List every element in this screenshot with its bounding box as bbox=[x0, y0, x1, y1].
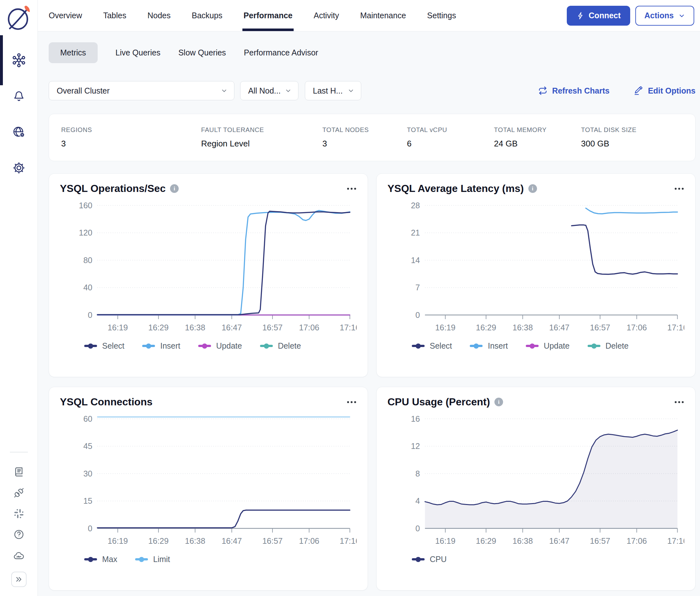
tab-activity[interactable]: Activity bbox=[313, 0, 339, 31]
tab-performance[interactable]: Performance bbox=[244, 0, 293, 31]
chevron-down-icon bbox=[678, 12, 685, 19]
svg-text:16:47: 16:47 bbox=[549, 537, 569, 545]
cluster-scope-value: Overall Cluster bbox=[57, 86, 109, 96]
svg-text:28: 28 bbox=[411, 201, 420, 210]
svg-text:7: 7 bbox=[415, 283, 420, 292]
subtab-live-queries[interactable]: Live Queries bbox=[115, 42, 160, 63]
actions-button[interactable]: Actions bbox=[635, 6, 694, 26]
sidebar-item-alerts[interactable] bbox=[0, 78, 37, 114]
stat-fault-tolerance: FAULT TOLERANCERegion Level bbox=[201, 126, 322, 149]
svg-text:16:29: 16:29 bbox=[476, 537, 496, 545]
chart-title: YSQL Average Latency (ms) bbox=[387, 183, 524, 195]
svg-text:30: 30 bbox=[83, 469, 92, 478]
docs-book-icon[interactable] bbox=[13, 466, 25, 477]
svg-text:0: 0 bbox=[415, 311, 420, 320]
performance-subtabs: Metrics Live Queries Slow Queries Perfor… bbox=[49, 42, 696, 63]
lightning-bolt-icon bbox=[576, 11, 585, 20]
area-chart: 048121616:1916:2916:3816:4716:5717:0617:… bbox=[387, 412, 684, 549]
legend-item[interactable]: Limit bbox=[135, 555, 170, 564]
chart-menu-button[interactable] bbox=[346, 399, 357, 405]
chart-menu-button[interactable] bbox=[346, 186, 357, 192]
stat-total-disk-size: TOTAL DISK SIZE300 GB bbox=[581, 126, 683, 149]
info-icon[interactable]: i bbox=[528, 184, 537, 193]
actions-label: Actions bbox=[644, 11, 674, 20]
chart-menu-button[interactable] bbox=[674, 186, 684, 192]
svg-text:12: 12 bbox=[411, 442, 420, 450]
svg-text:17:06: 17:06 bbox=[627, 537, 647, 545]
svg-text:45: 45 bbox=[83, 442, 92, 450]
svg-text:60: 60 bbox=[83, 414, 92, 423]
subtab-slow-queries[interactable]: Slow Queries bbox=[178, 42, 226, 63]
chart-legend: SelectInsertUpdateDelete bbox=[60, 341, 357, 351]
stat-regions: REGIONS3 bbox=[61, 126, 201, 149]
sidebar-item-clusters[interactable] bbox=[0, 42, 37, 78]
tab-overview[interactable]: Overview bbox=[49, 0, 82, 31]
cluster-stats-bar: REGIONS3 FAULT TOLERANCERegion Level TOT… bbox=[49, 114, 696, 161]
edit-options-link[interactable]: Edit Options bbox=[634, 86, 696, 96]
legend-item[interactable]: Update bbox=[198, 341, 242, 351]
svg-text:16:19: 16:19 bbox=[108, 537, 128, 545]
svg-text:0: 0 bbox=[88, 524, 92, 533]
legend-item[interactable]: CPU bbox=[412, 555, 447, 564]
nodes-value: All Nod... bbox=[248, 86, 281, 96]
help-icon[interactable] bbox=[13, 529, 25, 540]
line-chart: 01530456016:1916:2916:3816:4716:5717:061… bbox=[60, 412, 357, 549]
globe-gear-icon bbox=[12, 125, 26, 139]
legend-item[interactable]: Insert bbox=[470, 341, 508, 351]
main-area: Overview Tables Nodes Backups Performanc… bbox=[38, 0, 700, 596]
nodes-select[interactable]: All Nod... bbox=[240, 81, 299, 100]
svg-text:16:19: 16:19 bbox=[108, 323, 128, 332]
tab-settings[interactable]: Settings bbox=[427, 0, 456, 31]
app-logo[interactable] bbox=[4, 4, 33, 33]
cluster-scope-select[interactable]: Overall Cluster bbox=[49, 81, 234, 100]
slack-icon[interactable] bbox=[14, 508, 24, 519]
sidebar-item-network[interactable] bbox=[0, 114, 37, 150]
cluster-topbar: Overview Tables Nodes Backups Performanc… bbox=[38, 0, 700, 31]
legend-item[interactable]: Update bbox=[526, 341, 570, 351]
sidebar-item-settings[interactable] bbox=[0, 150, 37, 186]
svg-text:17:16: 17:16 bbox=[340, 323, 357, 332]
tab-tables[interactable]: Tables bbox=[103, 0, 126, 31]
connect-button[interactable]: Connect bbox=[567, 6, 630, 26]
svg-text:16:29: 16:29 bbox=[148, 537, 168, 545]
chart-legend: SelectInsertUpdateDelete bbox=[387, 341, 684, 351]
svg-text:21: 21 bbox=[411, 228, 420, 237]
chart-legend: MaxLimit bbox=[60, 555, 357, 564]
subtab-performance-advisor[interactable]: Performance Advisor bbox=[244, 42, 318, 63]
legend-item[interactable]: Select bbox=[84, 341, 124, 351]
tab-maintenance[interactable]: Maintenance bbox=[360, 0, 406, 31]
integrations-plug-icon[interactable] bbox=[13, 487, 25, 499]
chart-ysql-latency: YSQL Average Latency (ms) i 0714212816:1… bbox=[376, 173, 696, 377]
legend-item[interactable]: Max bbox=[84, 555, 117, 564]
refresh-icon bbox=[538, 86, 548, 96]
bell-icon bbox=[12, 90, 26, 103]
time-range-select[interactable]: Last H... bbox=[305, 81, 361, 100]
tab-backups[interactable]: Backups bbox=[192, 0, 223, 31]
status-cloud-icon[interactable] bbox=[13, 550, 25, 562]
connect-label: Connect bbox=[589, 11, 621, 20]
edit-options-label: Edit Options bbox=[648, 86, 696, 96]
legend-item[interactable]: Select bbox=[412, 341, 452, 351]
legend-item[interactable]: Delete bbox=[260, 341, 301, 351]
legend-item[interactable]: Insert bbox=[142, 341, 180, 351]
subtab-metrics[interactable]: Metrics bbox=[49, 42, 98, 63]
chart-title: YSQL Operations/Sec bbox=[60, 183, 165, 195]
sidebar-bottom bbox=[0, 452, 37, 587]
cluster-icon bbox=[11, 53, 26, 68]
svg-text:16:38: 16:38 bbox=[513, 537, 533, 545]
svg-text:16:38: 16:38 bbox=[185, 323, 205, 332]
chevron-down-icon bbox=[285, 87, 292, 94]
chart-ysql-connections: YSQL Connections i 01530456016:1916:2916… bbox=[49, 387, 368, 591]
chart-menu-button[interactable] bbox=[674, 399, 684, 405]
metrics-controls: Overall Cluster All Nod... Last H... bbox=[49, 81, 696, 100]
stat-total-memory: TOTAL MEMORY24 GB bbox=[494, 126, 581, 149]
info-icon[interactable]: i bbox=[170, 184, 179, 193]
refresh-charts-link[interactable]: Refresh Charts bbox=[538, 86, 610, 96]
legend-item[interactable]: Delete bbox=[588, 341, 629, 351]
tab-nodes[interactable]: Nodes bbox=[147, 0, 170, 31]
svg-text:0: 0 bbox=[415, 524, 420, 533]
info-icon[interactable]: i bbox=[494, 398, 503, 406]
sidebar-expand-button[interactable] bbox=[11, 572, 27, 587]
svg-text:120: 120 bbox=[79, 228, 92, 237]
svg-text:16:19: 16:19 bbox=[435, 323, 455, 332]
